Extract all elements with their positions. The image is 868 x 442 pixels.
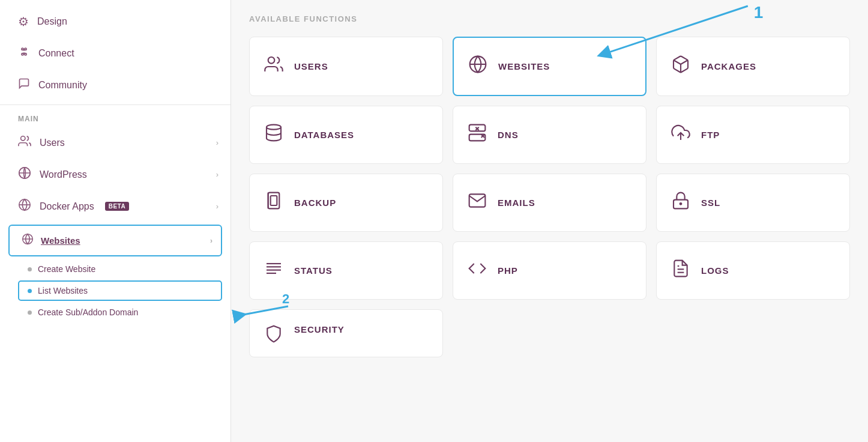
function-websites-label: WEBSITES — [498, 61, 550, 71]
sidebar-item-docker[interactable]: Docker Apps BETA › — [0, 190, 231, 222]
sidebar-item-community[interactable]: Community — [0, 69, 231, 101]
function-card-websites[interactable]: WEBSITES — [453, 37, 646, 96]
function-emails-label: EMAILS — [498, 198, 535, 208]
function-databases-label: DATABASES — [294, 130, 354, 140]
sidebar-item-wordpress[interactable]: WordPress › — [0, 159, 231, 190]
backup-card-icon — [264, 191, 283, 214]
main-section-title: MAIN — [0, 109, 231, 127]
function-users-label: USERS — [294, 61, 328, 71]
sidebar-item-design-label: Design — [37, 16, 67, 27]
websites-nav-icon — [22, 233, 34, 248]
function-card-users[interactable]: USERS — [249, 37, 443, 96]
sidebar-sub-item-list-websites[interactable]: List Websites — [18, 280, 222, 301]
function-card-logs[interactable]: LOGS — [656, 241, 850, 300]
php-card-icon — [468, 259, 487, 282]
sidebar-item-docker-label: Docker Apps — [40, 201, 94, 212]
function-ftp-label: FTP — [701, 130, 720, 140]
main-content: AVAILABLE FUNCTIONS USERS WEBSITES PACKA… — [231, 0, 868, 442]
function-card-databases[interactable]: DATABASES — [249, 106, 443, 164]
databases-card-icon — [264, 123, 283, 147]
svg-rect-25 — [271, 196, 277, 205]
sidebar-item-users[interactable]: Users › — [0, 127, 231, 159]
functions-grid: USERS WEBSITES PACKAGES DATABASES — [249, 37, 850, 357]
list-websites-label: List Websites — [38, 286, 88, 295]
sidebar-item-community-label: Community — [38, 80, 87, 91]
wordpress-icon — [18, 166, 31, 183]
chevron-right-icon: › — [216, 138, 219, 147]
sidebar-item-connect-label: Connect — [38, 48, 74, 59]
sidebar-item-design[interactable]: ⚙ Design — [0, 6, 231, 37]
svg-rect-24 — [268, 193, 280, 209]
sidebar-item-websites[interactable]: Websites › — [8, 225, 222, 256]
dot-active-icon — [28, 289, 32, 293]
status-card-icon — [264, 259, 283, 282]
sidebar-divider — [0, 104, 231, 105]
function-card-php[interactable]: PHP — [453, 241, 646, 300]
emails-card-icon — [468, 191, 487, 214]
create-sub-addon-label: Create Sub/Addon Domain — [38, 307, 138, 317]
function-card-status[interactable]: STATUS — [249, 241, 443, 300]
available-functions-title: AVAILABLE FUNCTIONS — [249, 14, 850, 23]
chevron-right-icon-websites: › — [210, 237, 212, 245]
dns-card-icon — [468, 123, 487, 147]
svg-point-14 — [267, 125, 281, 130]
svg-point-4 — [21, 136, 25, 141]
packages-card-icon — [671, 55, 690, 78]
websites-card-icon — [468, 55, 487, 78]
sidebar-item-websites-label: Websites — [41, 235, 80, 246]
svg-point-10 — [268, 57, 275, 64]
function-card-backup[interactable]: BACKUP — [249, 174, 443, 232]
community-icon — [18, 77, 30, 92]
docker-icon — [18, 198, 31, 214]
beta-badge: BETA — [105, 202, 129, 211]
function-card-ftp[interactable]: FTP — [656, 106, 850, 164]
function-packages-label: PACKAGES — [701, 61, 756, 71]
function-card-packages[interactable]: PACKAGES — [656, 37, 850, 96]
svg-point-28 — [680, 203, 682, 205]
chevron-right-icon-wp: › — [216, 170, 219, 179]
function-card-ssl[interactable]: SSL — [656, 174, 850, 232]
users-icon — [18, 135, 31, 151]
connect-icon — [18, 46, 30, 61]
function-dns-label: DNS — [498, 130, 519, 140]
function-card-emails[interactable]: EMAILS — [453, 174, 646, 232]
gear-icon: ⚙ — [18, 14, 29, 29]
users-card-icon — [264, 55, 283, 78]
chevron-right-icon-docker: › — [216, 202, 219, 211]
sidebar-item-wordpress-label: WordPress — [40, 169, 87, 180]
ftp-card-icon — [671, 123, 690, 147]
sidebar-item-users-label: Users — [40, 138, 65, 148]
function-logs-label: LOGS — [701, 265, 729, 276]
logs-card-icon — [671, 259, 690, 282]
function-status-label: STATUS — [294, 265, 333, 276]
function-backup-label: BACKUP — [294, 198, 336, 208]
function-ssl-label: SSL — [701, 198, 720, 208]
sidebar-item-connect[interactable]: Connect — [0, 37, 231, 69]
dot-icon — [28, 267, 32, 271]
sidebar: ⚙ Design Connect Community MAIN Users › … — [0, 0, 231, 442]
sidebar-sub-item-create-website[interactable]: Create Website — [0, 259, 231, 279]
function-php-label: PHP — [498, 265, 518, 276]
ssl-card-icon — [671, 191, 690, 214]
dot-sub-icon — [28, 310, 32, 315]
create-website-label: Create Website — [38, 264, 95, 274]
function-card-security[interactable]: SECURITY — [249, 309, 443, 357]
security-card-icon — [264, 324, 283, 348]
sidebar-sub-item-create-sub[interactable]: Create Sub/Addon Domain — [0, 302, 231, 322]
function-security-label: SECURITY — [294, 324, 345, 335]
function-card-dns[interactable]: DNS — [453, 106, 646, 164]
